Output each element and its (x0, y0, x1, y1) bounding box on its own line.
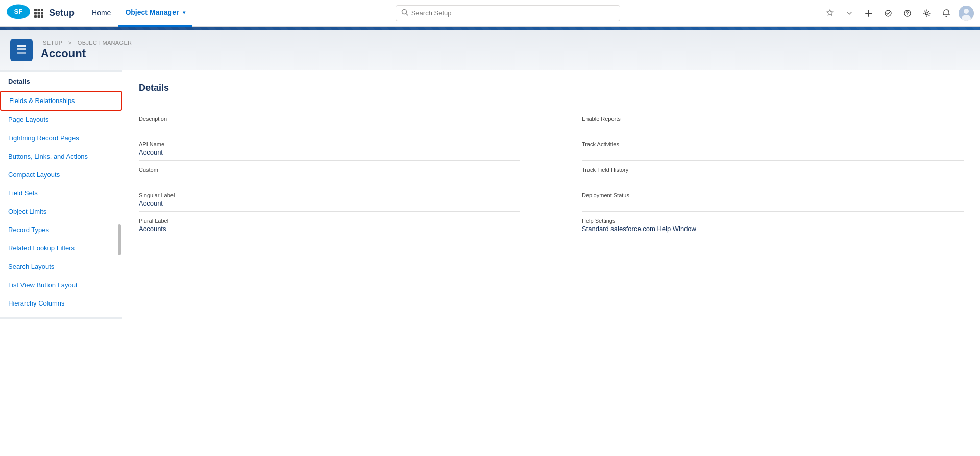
add-icon[interactable] (862, 6, 876, 20)
svg-point-14 (907, 14, 908, 15)
page-header: SETUP > OBJECT MANAGER Account (0, 30, 980, 70)
details-left-col: Description API Name Account Custom Sing… (139, 110, 551, 237)
sidebar-item-page-layouts[interactable]: Page Layouts (0, 111, 122, 129)
search-icon (401, 9, 408, 17)
details-right-col: Enable Reports Track Activities Track Fi… (551, 110, 964, 237)
help-icon[interactable] (900, 6, 915, 20)
breadcrumb-object-manager[interactable]: OBJECT MANAGER (78, 40, 132, 46)
details-grid: Description API Name Account Custom Sing… (139, 110, 964, 237)
field-custom-label: Custom (139, 161, 520, 173)
svg-rect-6 (38, 12, 40, 14)
field-help-settings: Help Settings Standard salesforce.com He… (582, 212, 964, 237)
status-icon[interactable] (881, 6, 895, 20)
field-custom-value (139, 173, 520, 186)
field-singular-label-value: Account (139, 198, 520, 212)
field-custom: Custom (139, 161, 520, 186)
field-api-name-label: API Name (139, 135, 520, 147)
field-track-activities-label: Track Activities (582, 135, 964, 147)
field-track-activities: Track Activities (582, 135, 964, 161)
svg-rect-21 (17, 52, 26, 54)
field-api-name: API Name Account (139, 135, 520, 161)
top-nav: SF Setup Home Object Manager ▾ (0, 0, 980, 27)
sidebar-item-object-limits[interactable]: Object Limits (0, 202, 122, 221)
sidebar-item-search-layouts[interactable]: Search Layouts (0, 258, 122, 276)
field-enable-reports-value (582, 122, 964, 135)
field-api-name-value: Account (139, 147, 520, 161)
nav-home[interactable]: Home (85, 0, 118, 27)
app-title: Setup (49, 8, 75, 18)
app-launcher-icon[interactable] (31, 5, 47, 21)
breadcrumb-setup[interactable]: SETUP (43, 40, 62, 46)
settings-icon[interactable] (920, 6, 934, 20)
svg-rect-19 (17, 45, 26, 47)
page-header-text: SETUP > OBJECT MANAGER Account (41, 40, 134, 60)
svg-rect-3 (38, 9, 40, 11)
svg-rect-2 (34, 9, 37, 11)
content-title: Details (139, 83, 964, 97)
sidebar-item-fields-relationships[interactable]: Fields & Relationships (0, 91, 122, 111)
object-icon (10, 39, 33, 61)
field-description: Description (139, 110, 520, 135)
user-avatar[interactable] (959, 6, 974, 21)
search-bar (396, 5, 620, 21)
field-track-field-history-label: Track Field History (582, 161, 964, 173)
field-description-label: Description (139, 110, 520, 122)
svg-rect-4 (41, 9, 43, 11)
sidebar-item-field-sets[interactable]: Field Sets (0, 184, 122, 202)
field-help-settings-value: Standard salesforce.com Help Window (582, 224, 964, 237)
sidebar: Details Fields & Relationships Page Layo… (0, 70, 122, 456)
svg-rect-5 (34, 12, 37, 14)
sidebar-scroll-bottom (0, 317, 122, 319)
svg-rect-9 (38, 15, 40, 18)
svg-rect-20 (17, 48, 26, 50)
search-wrapper (192, 5, 823, 21)
svg-point-17 (964, 9, 969, 14)
sidebar-item-list-view-button-layout[interactable]: List View Button Layout (0, 276, 122, 294)
main-layout: Details Fields & Relationships Page Layo… (0, 70, 980, 456)
top-nav-right (823, 6, 974, 21)
svg-text:SF: SF (14, 7, 22, 15)
page-title: Account (41, 47, 134, 60)
svg-rect-7 (41, 12, 43, 14)
field-singular-label-label: Singular Label (139, 186, 520, 198)
field-track-field-history: Track Field History (582, 161, 964, 186)
field-deployment-status-value (582, 198, 964, 212)
sidebar-scrollbar-thumb[interactable] (118, 224, 121, 255)
field-enable-reports: Enable Reports (582, 110, 964, 135)
field-plural-label: Plural Label Accounts (139, 212, 520, 237)
sidebar-item-details[interactable]: Details (0, 72, 122, 91)
salesforce-logo[interactable]: SF (6, 3, 27, 23)
notifications-icon[interactable] (939, 6, 953, 20)
search-input[interactable] (411, 9, 615, 17)
svg-rect-10 (41, 15, 43, 18)
dropdown-arrow-icon: ▾ (183, 10, 185, 15)
field-deployment-status-label: Deployment Status (582, 186, 964, 198)
field-track-field-history-value (582, 173, 964, 186)
field-track-activities-value (582, 147, 964, 161)
sidebar-item-related-lookup-filters[interactable]: Related Lookup Filters (0, 239, 122, 258)
field-enable-reports-label: Enable Reports (582, 110, 964, 122)
sidebar-item-lightning-record-pages[interactable]: Lightning Record Pages (0, 129, 122, 147)
field-plural-label-value: Accounts (139, 224, 520, 237)
breadcrumb: SETUP > OBJECT MANAGER (41, 40, 134, 46)
content-area: Details Description API Name Account Cus… (122, 70, 980, 456)
field-help-settings-label: Help Settings (582, 212, 964, 224)
svg-line-12 (406, 14, 408, 16)
sidebar-item-hierarchy-columns[interactable]: Hierarchy Columns (0, 294, 122, 313)
sidebar-item-record-types[interactable]: Record Types (0, 221, 122, 239)
field-deployment-status: Deployment Status (582, 186, 964, 212)
field-singular-label: Singular Label Account (139, 186, 520, 212)
sidebar-item-compact-layouts[interactable]: Compact Layouts (0, 166, 122, 184)
nav-object-manager[interactable]: Object Manager ▾ (118, 0, 192, 27)
breadcrumb-separator: > (68, 40, 74, 46)
field-description-value (139, 122, 520, 135)
favorites-icon[interactable] (823, 6, 837, 20)
sidebar-item-buttons-links-actions[interactable]: Buttons, Links, and Actions (0, 147, 122, 166)
svg-rect-8 (34, 15, 37, 18)
field-plural-label-label: Plural Label (139, 212, 520, 224)
nav-links: Home Object Manager ▾ (85, 0, 192, 27)
favorites-dropdown-icon[interactable] (842, 6, 856, 20)
